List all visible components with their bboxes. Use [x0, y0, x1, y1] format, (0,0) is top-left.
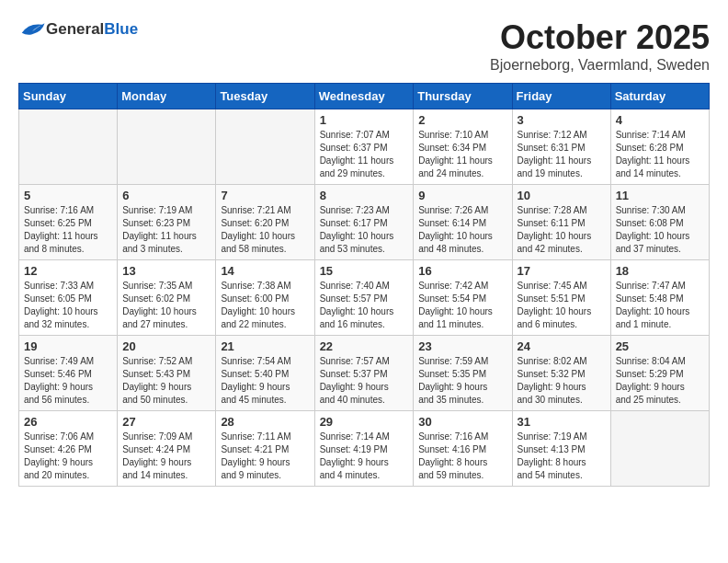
logo-icon — [18, 18, 46, 40]
day-number: 22 — [320, 339, 409, 353]
calendar-cell: 9Sunrise: 7:26 AM Sunset: 6:14 PM Daylig… — [414, 185, 512, 260]
page-header: GeneralBlue October 2025 Bjoerneborg, Va… — [18, 18, 710, 74]
day-number: 3 — [518, 113, 606, 127]
day-number: 14 — [221, 264, 309, 278]
calendar-cell: 2Sunrise: 7:10 AM Sunset: 6:34 PM Daylig… — [414, 109, 512, 185]
day-info: Sunrise: 7:14 AM Sunset: 6:28 PM Dayligh… — [616, 129, 704, 180]
calendar-cell: 19Sunrise: 7:49 AM Sunset: 5:46 PM Dayli… — [19, 336, 118, 411]
day-info: Sunrise: 7:49 AM Sunset: 5:46 PM Dayligh… — [24, 355, 112, 407]
day-info: Sunrise: 7:47 AM Sunset: 5:48 PM Dayligh… — [616, 280, 704, 331]
calendar-cell: 14Sunrise: 7:38 AM Sunset: 6:00 PM Dayli… — [216, 260, 314, 336]
day-info: Sunrise: 7:19 AM Sunset: 6:23 PM Dayligh… — [122, 204, 210, 256]
calendar-cell: 4Sunrise: 7:14 AM Sunset: 6:28 PM Daylig… — [610, 109, 709, 185]
calendar-cell: 25Sunrise: 8:04 AM Sunset: 5:29 PM Dayli… — [610, 336, 709, 411]
day-number: 4 — [616, 113, 704, 127]
day-info: Sunrise: 7:57 AM Sunset: 5:37 PM Dayligh… — [320, 355, 409, 407]
calendar-cell: 1Sunrise: 7:07 AM Sunset: 6:37 PM Daylig… — [314, 109, 414, 185]
weekday-header: Thursday — [414, 84, 512, 109]
logo-general: General — [46, 20, 104, 38]
day-number: 8 — [320, 189, 409, 202]
day-info: Sunrise: 7:11 AM Sunset: 4:21 PM Dayligh… — [221, 431, 309, 482]
day-info: Sunrise: 7:09 AM Sunset: 4:24 PM Dayligh… — [122, 431, 210, 482]
day-number: 24 — [518, 339, 606, 353]
calendar-cell: 29Sunrise: 7:14 AM Sunset: 4:19 PM Dayli… — [314, 411, 414, 487]
day-info: Sunrise: 7:07 AM Sunset: 6:37 PM Dayligh… — [320, 129, 409, 180]
month-title: October 2025 — [490, 18, 710, 57]
day-number: 21 — [221, 339, 309, 353]
day-info: Sunrise: 7:33 AM Sunset: 6:05 PM Dayligh… — [24, 280, 112, 331]
weekday-header: Sunday — [19, 84, 118, 109]
calendar-cell: 11Sunrise: 7:30 AM Sunset: 6:08 PM Dayli… — [610, 185, 709, 260]
day-info: Sunrise: 7:45 AM Sunset: 5:51 PM Dayligh… — [518, 280, 606, 331]
calendar-cell: 28Sunrise: 7:11 AM Sunset: 4:21 PM Dayli… — [216, 411, 314, 487]
day-number: 2 — [418, 113, 506, 127]
weekday-header: Monday — [118, 84, 216, 109]
calendar-cell: 13Sunrise: 7:35 AM Sunset: 6:02 PM Dayli… — [118, 260, 216, 336]
calendar-cell: 30Sunrise: 7:16 AM Sunset: 4:16 PM Dayli… — [414, 411, 512, 487]
day-number: 26 — [24, 415, 112, 429]
day-info: Sunrise: 7:10 AM Sunset: 6:34 PM Dayligh… — [418, 129, 506, 180]
calendar-cell: 3Sunrise: 7:12 AM Sunset: 6:31 PM Daylig… — [512, 109, 610, 185]
day-info: Sunrise: 7:52 AM Sunset: 5:43 PM Dayligh… — [122, 355, 210, 407]
day-info: Sunrise: 7:19 AM Sunset: 4:13 PM Dayligh… — [518, 431, 606, 482]
day-info: Sunrise: 7:26 AM Sunset: 6:14 PM Dayligh… — [418, 204, 506, 256]
day-number: 15 — [320, 264, 409, 278]
calendar-week-row: 5Sunrise: 7:16 AM Sunset: 6:25 PM Daylig… — [19, 185, 710, 260]
day-number: 1 — [320, 113, 409, 127]
day-number: 30 — [418, 415, 506, 429]
day-number: 16 — [418, 264, 506, 278]
calendar-table: SundayMondayTuesdayWednesdayThursdayFrid… — [18, 83, 710, 487]
location-title: Bjoerneborg, Vaermland, Sweden — [490, 57, 710, 74]
day-number: 6 — [122, 189, 210, 202]
calendar-cell: 15Sunrise: 7:40 AM Sunset: 5:57 PM Dayli… — [314, 260, 414, 336]
day-number: 25 — [616, 339, 704, 353]
day-number: 31 — [518, 415, 606, 429]
weekday-header: Friday — [512, 84, 610, 109]
day-info: Sunrise: 7:21 AM Sunset: 6:20 PM Dayligh… — [221, 204, 309, 256]
day-info: Sunrise: 7:16 AM Sunset: 4:16 PM Dayligh… — [418, 431, 506, 482]
day-number: 27 — [122, 415, 210, 429]
day-number: 7 — [221, 189, 309, 202]
calendar-cell: 23Sunrise: 7:59 AM Sunset: 5:35 PM Dayli… — [414, 336, 512, 411]
day-number: 11 — [616, 189, 704, 202]
calendar-cell: 7Sunrise: 7:21 AM Sunset: 6:20 PM Daylig… — [216, 185, 314, 260]
calendar-cell: 5Sunrise: 7:16 AM Sunset: 6:25 PM Daylig… — [19, 185, 118, 260]
calendar-cell: 31Sunrise: 7:19 AM Sunset: 4:13 PM Dayli… — [512, 411, 610, 487]
day-number: 18 — [616, 264, 704, 278]
day-number: 20 — [122, 339, 210, 353]
calendar-cell: 6Sunrise: 7:19 AM Sunset: 6:23 PM Daylig… — [118, 185, 216, 260]
calendar-cell: 16Sunrise: 7:42 AM Sunset: 5:54 PM Dayli… — [414, 260, 512, 336]
weekday-header: Wednesday — [314, 84, 414, 109]
calendar-title-area: October 2025 Bjoerneborg, Vaermland, Swe… — [490, 18, 710, 74]
logo-blue: Blue — [104, 20, 138, 38]
day-number: 17 — [518, 264, 606, 278]
day-info: Sunrise: 7:16 AM Sunset: 6:25 PM Dayligh… — [24, 204, 112, 256]
calendar-week-row: 1Sunrise: 7:07 AM Sunset: 6:37 PM Daylig… — [19, 109, 710, 185]
day-number: 10 — [518, 189, 606, 202]
calendar-cell — [118, 109, 216, 185]
day-number: 28 — [221, 415, 309, 429]
day-number: 5 — [24, 189, 112, 202]
calendar-cell: 22Sunrise: 7:57 AM Sunset: 5:37 PM Dayli… — [314, 336, 414, 411]
weekday-header: Saturday — [610, 84, 709, 109]
calendar-cell: 20Sunrise: 7:52 AM Sunset: 5:43 PM Dayli… — [118, 336, 216, 411]
calendar-cell: 27Sunrise: 7:09 AM Sunset: 4:24 PM Dayli… — [118, 411, 216, 487]
day-info: Sunrise: 7:35 AM Sunset: 6:02 PM Dayligh… — [122, 280, 210, 331]
day-info: Sunrise: 7:42 AM Sunset: 5:54 PM Dayligh… — [418, 280, 506, 331]
calendar-cell: 17Sunrise: 7:45 AM Sunset: 5:51 PM Dayli… — [512, 260, 610, 336]
calendar-cell: 26Sunrise: 7:06 AM Sunset: 4:26 PM Dayli… — [19, 411, 118, 487]
calendar-week-row: 12Sunrise: 7:33 AM Sunset: 6:05 PM Dayli… — [19, 260, 710, 336]
day-info: Sunrise: 7:06 AM Sunset: 4:26 PM Dayligh… — [24, 431, 112, 482]
calendar-cell: 8Sunrise: 7:23 AM Sunset: 6:17 PM Daylig… — [314, 185, 414, 260]
day-info: Sunrise: 7:40 AM Sunset: 5:57 PM Dayligh… — [320, 280, 409, 331]
day-info: Sunrise: 7:12 AM Sunset: 6:31 PM Dayligh… — [518, 129, 606, 180]
day-number: 9 — [418, 189, 506, 202]
logo: GeneralBlue — [18, 18, 138, 40]
day-info: Sunrise: 8:04 AM Sunset: 5:29 PM Dayligh… — [616, 355, 704, 407]
weekday-header: Tuesday — [216, 84, 314, 109]
calendar-cell: 10Sunrise: 7:28 AM Sunset: 6:11 PM Dayli… — [512, 185, 610, 260]
calendar-cell: 21Sunrise: 7:54 AM Sunset: 5:40 PM Dayli… — [216, 336, 314, 411]
day-info: Sunrise: 7:38 AM Sunset: 6:00 PM Dayligh… — [221, 280, 309, 331]
calendar-cell: 18Sunrise: 7:47 AM Sunset: 5:48 PM Dayli… — [610, 260, 709, 336]
day-number: 13 — [122, 264, 210, 278]
